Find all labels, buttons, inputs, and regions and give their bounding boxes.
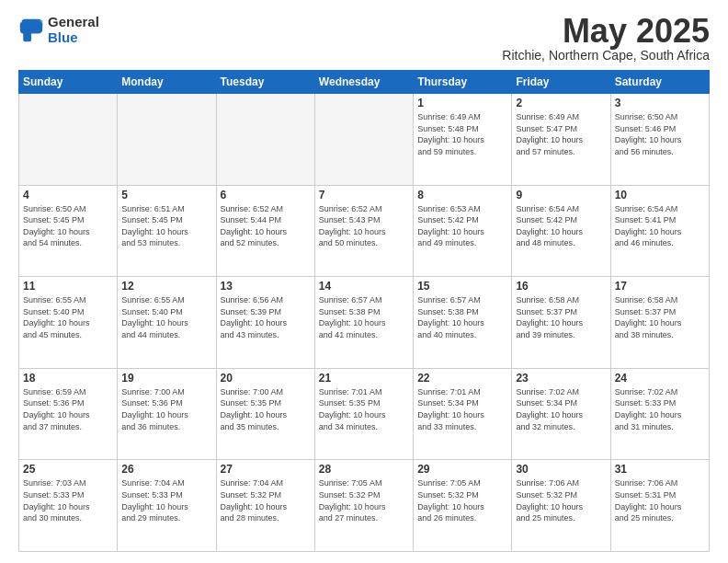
day-number-17: 17 — [615, 280, 705, 293]
calendar-cell-4-5: 30Sunrise: 7:06 AMSunset: 5:32 PMDayligh… — [512, 460, 610, 552]
day-number-13: 13 — [221, 280, 311, 293]
calendar-cell-2-6: 17Sunrise: 6:58 AMSunset: 5:37 PMDayligh… — [610, 277, 709, 369]
day-number-15: 15 — [417, 280, 507, 293]
calendar-cell-2-4: 15Sunrise: 6:57 AMSunset: 5:38 PMDayligh… — [414, 277, 512, 369]
day-info-5: Sunrise: 6:51 AMSunset: 5:45 PMDaylight:… — [121, 203, 211, 249]
day-info-11: Sunrise: 6:55 AMSunset: 5:40 PMDaylight:… — [23, 294, 113, 340]
day-info-4: Sunrise: 6:50 AMSunset: 5:45 PMDaylight:… — [23, 203, 113, 249]
day-info-3: Sunrise: 6:50 AMSunset: 5:46 PMDaylight:… — [615, 111, 705, 157]
col-friday: Friday — [512, 71, 610, 94]
calendar-cell-2-2: 13Sunrise: 6:56 AMSunset: 5:39 PMDayligh… — [216, 277, 314, 369]
calendar-cell-2-5: 16Sunrise: 6:58 AMSunset: 5:37 PMDayligh… — [512, 277, 610, 369]
calendar-cell-1-4: 8Sunrise: 6:53 AMSunset: 5:42 PMDaylight… — [414, 185, 512, 277]
day-info-16: Sunrise: 6:58 AMSunset: 5:37 PMDaylight:… — [516, 294, 606, 340]
day-number-30: 30 — [516, 463, 606, 476]
week-row-3: 11Sunrise: 6:55 AMSunset: 5:40 PMDayligh… — [19, 277, 710, 369]
day-info-6: Sunrise: 6:52 AMSunset: 5:44 PMDaylight:… — [221, 203, 311, 249]
col-wednesday: Wednesday — [314, 71, 413, 94]
header-row: Sunday Monday Tuesday Wednesday Thursday… — [19, 71, 710, 94]
day-number-7: 7 — [319, 189, 409, 201]
day-info-25: Sunrise: 7:03 AMSunset: 5:33 PMDaylight:… — [23, 477, 113, 523]
month-title: May 2025 — [502, 15, 710, 48]
day-number-16: 16 — [516, 280, 606, 293]
day-info-15: Sunrise: 6:57 AMSunset: 5:38 PMDaylight:… — [417, 294, 507, 340]
day-info-13: Sunrise: 6:56 AMSunset: 5:39 PMDaylight:… — [221, 294, 311, 340]
calendar-cell-3-2: 20Sunrise: 7:00 AMSunset: 5:35 PMDayligh… — [216, 368, 314, 460]
day-info-24: Sunrise: 7:02 AMSunset: 5:33 PMDaylight:… — [615, 386, 705, 432]
calendar-cell-0-0 — [19, 94, 118, 186]
logo-icon — [18, 17, 44, 43]
day-number-10: 10 — [615, 189, 705, 201]
calendar-cell-4-3: 28Sunrise: 7:05 AMSunset: 5:32 PMDayligh… — [314, 460, 413, 552]
logo-general: General — [48, 15, 99, 30]
calendar-cell-4-6: 31Sunrise: 7:06 AMSunset: 5:31 PMDayligh… — [610, 460, 709, 552]
day-number-25: 25 — [23, 463, 113, 476]
day-info-28: Sunrise: 7:05 AMSunset: 5:32 PMDaylight:… — [319, 477, 409, 523]
day-number-12: 12 — [121, 280, 211, 293]
day-info-2: Sunrise: 6:49 AMSunset: 5:47 PMDaylight:… — [516, 111, 606, 157]
day-info-18: Sunrise: 6:59 AMSunset: 5:36 PMDaylight:… — [23, 386, 113, 432]
calendar-cell-2-0: 11Sunrise: 6:55 AMSunset: 5:40 PMDayligh… — [19, 277, 118, 369]
day-info-26: Sunrise: 7:04 AMSunset: 5:33 PMDaylight:… — [121, 477, 211, 523]
calendar-cell-2-1: 12Sunrise: 6:55 AMSunset: 5:40 PMDayligh… — [118, 277, 216, 369]
col-tuesday: Tuesday — [216, 71, 314, 94]
calendar-cell-1-2: 6Sunrise: 6:52 AMSunset: 5:44 PMDaylight… — [216, 185, 314, 277]
col-monday: Monday — [118, 71, 216, 94]
day-info-20: Sunrise: 7:00 AMSunset: 5:35 PMDaylight:… — [221, 386, 311, 432]
calendar-cell-3-1: 19Sunrise: 7:00 AMSunset: 5:36 PMDayligh… — [118, 368, 216, 460]
day-number-20: 20 — [221, 372, 311, 385]
week-row-1: 1Sunrise: 6:49 AMSunset: 5:48 PMDaylight… — [19, 94, 710, 186]
logo-text: General Blue — [48, 15, 99, 45]
calendar-cell-0-1 — [118, 94, 216, 186]
col-sunday: Sunday — [19, 71, 118, 94]
col-thursday: Thursday — [414, 71, 512, 94]
day-number-29: 29 — [417, 463, 507, 476]
calendar-cell-3-4: 22Sunrise: 7:01 AMSunset: 5:34 PMDayligh… — [414, 368, 512, 460]
col-saturday: Saturday — [610, 71, 709, 94]
calendar-cell-4-2: 27Sunrise: 7:04 AMSunset: 5:32 PMDayligh… — [216, 460, 314, 552]
calendar-cell-1-6: 10Sunrise: 6:54 AMSunset: 5:41 PMDayligh… — [610, 185, 709, 277]
calendar-cell-3-5: 23Sunrise: 7:02 AMSunset: 5:34 PMDayligh… — [512, 368, 610, 460]
day-number-2: 2 — [516, 97, 606, 109]
day-number-21: 21 — [319, 372, 409, 385]
day-info-22: Sunrise: 7:01 AMSunset: 5:34 PMDaylight:… — [417, 386, 507, 432]
day-number-6: 6 — [221, 189, 311, 201]
calendar-cell-0-4: 1Sunrise: 6:49 AMSunset: 5:48 PMDaylight… — [414, 94, 512, 186]
day-number-24: 24 — [615, 372, 705, 385]
day-number-9: 9 — [516, 189, 606, 201]
calendar-cell-3-3: 21Sunrise: 7:01 AMSunset: 5:35 PMDayligh… — [314, 368, 413, 460]
day-number-8: 8 — [417, 189, 507, 201]
day-info-29: Sunrise: 7:05 AMSunset: 5:32 PMDaylight:… — [417, 477, 507, 523]
calendar-cell-3-6: 24Sunrise: 7:02 AMSunset: 5:33 PMDayligh… — [610, 368, 709, 460]
logo: General Blue — [18, 15, 99, 45]
day-info-9: Sunrise: 6:54 AMSunset: 5:42 PMDaylight:… — [516, 203, 606, 249]
calendar-cell-1-5: 9Sunrise: 6:54 AMSunset: 5:42 PMDaylight… — [512, 185, 610, 277]
calendar-cell-0-6: 3Sunrise: 6:50 AMSunset: 5:46 PMDaylight… — [610, 94, 709, 186]
calendar-cell-4-4: 29Sunrise: 7:05 AMSunset: 5:32 PMDayligh… — [414, 460, 512, 552]
day-info-23: Sunrise: 7:02 AMSunset: 5:34 PMDaylight:… — [516, 386, 606, 432]
day-info-30: Sunrise: 7:06 AMSunset: 5:32 PMDaylight:… — [516, 477, 606, 523]
week-row-4: 18Sunrise: 6:59 AMSunset: 5:36 PMDayligh… — [19, 368, 710, 460]
day-info-31: Sunrise: 7:06 AMSunset: 5:31 PMDaylight:… — [615, 477, 705, 523]
day-number-28: 28 — [319, 463, 409, 476]
header: General Blue May 2025 Ritchie, Northern … — [18, 15, 710, 63]
calendar-cell-4-0: 25Sunrise: 7:03 AMSunset: 5:33 PMDayligh… — [19, 460, 118, 552]
day-number-19: 19 — [121, 372, 211, 385]
day-info-7: Sunrise: 6:52 AMSunset: 5:43 PMDaylight:… — [319, 203, 409, 249]
calendar-cell-0-5: 2Sunrise: 6:49 AMSunset: 5:47 PMDaylight… — [512, 94, 610, 186]
day-number-1: 1 — [417, 97, 507, 109]
day-number-5: 5 — [121, 189, 211, 201]
day-info-1: Sunrise: 6:49 AMSunset: 5:48 PMDaylight:… — [417, 111, 507, 157]
page: General Blue May 2025 Ritchie, Northern … — [0, 0, 728, 563]
day-number-3: 3 — [615, 97, 705, 109]
logo-blue: Blue — [48, 30, 99, 46]
day-number-23: 23 — [516, 372, 606, 385]
week-row-2: 4Sunrise: 6:50 AMSunset: 5:45 PMDaylight… — [19, 185, 710, 277]
calendar-cell-1-1: 5Sunrise: 6:51 AMSunset: 5:45 PMDaylight… — [118, 185, 216, 277]
day-info-21: Sunrise: 7:01 AMSunset: 5:35 PMDaylight:… — [319, 386, 409, 432]
week-row-5: 25Sunrise: 7:03 AMSunset: 5:33 PMDayligh… — [19, 460, 710, 552]
day-info-17: Sunrise: 6:58 AMSunset: 5:37 PMDaylight:… — [615, 294, 705, 340]
title-block: May 2025 Ritchie, Northern Cape, South A… — [502, 15, 710, 63]
day-number-26: 26 — [121, 463, 211, 476]
day-info-10: Sunrise: 6:54 AMSunset: 5:41 PMDaylight:… — [615, 203, 705, 249]
